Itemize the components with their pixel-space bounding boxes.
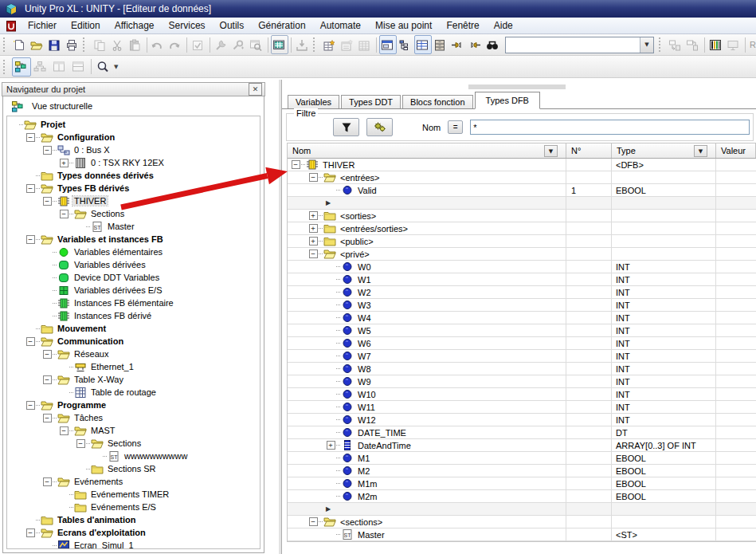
menu-edition[interactable]: Edition (64, 18, 108, 33)
table-insert-row[interactable]: ▶ (288, 503, 756, 516)
collapse-expander[interactable]: − (60, 210, 69, 218)
window-view-button[interactable] (379, 35, 397, 54)
tree-item-mouvement[interactable]: Mouvement (7, 322, 260, 335)
document-menu-icon[interactable] (5, 20, 18, 32)
tree-item-t-ches[interactable]: −Tâches (7, 411, 260, 424)
tree-item-variables-et-instances-fb[interactable]: −Variables et instances FB (7, 233, 260, 246)
analyze-button[interactable] (213, 35, 230, 54)
filter-operator-button[interactable]: = (448, 120, 463, 134)
expand-expander[interactable]: + (309, 224, 318, 233)
table-row-w11[interactable]: W11INT (288, 401, 756, 414)
open-folder-button[interactable] (29, 35, 46, 54)
tree-item-types-donn-es-d-riv-s[interactable]: Types données dérivés (7, 169, 260, 182)
org-view-button[interactable] (31, 57, 50, 77)
tree-item-sections[interactable]: −Sections (7, 437, 260, 450)
collapse-expander[interactable]: − (60, 426, 69, 435)
table-row--sections-[interactable]: −<sections> (288, 516, 756, 528)
table-row-w7[interactable]: W7INT (288, 350, 756, 363)
zoom-magnifier-button[interactable] (94, 57, 113, 77)
tree-item-variables-d-riv-es-e-s[interactable]: Variables dérivées E/S (7, 284, 260, 297)
close-icon[interactable]: ✕ (249, 83, 262, 96)
table-row-dateandtime[interactable]: +DateAndTimeARRAY[0..3] OF INT (288, 439, 756, 452)
menu-fen-tre[interactable]: Fenêtre (439, 18, 486, 33)
table-row-w0[interactable]: W0INT (288, 261, 756, 273)
column-header-type[interactable]: Type▼ (612, 143, 716, 158)
tab-types-ddt[interactable]: Types DDT (341, 95, 401, 108)
tree-item-ecran-simul-1[interactable]: Ecran_Simul_1 (7, 539, 260, 549)
redo-button[interactable] (166, 35, 184, 54)
tree-item-sections[interactable]: −Sections (7, 207, 260, 220)
split-vertical-button[interactable] (50, 57, 69, 77)
tree-item-wwwwwwwwww[interactable]: STwwwwwwwwww (7, 450, 260, 462)
column-header-n-[interactable]: N° (566, 143, 612, 158)
transfer-to-plc-button[interactable] (667, 35, 684, 54)
tab-blocs-fonction[interactable]: Blocs fonction (402, 95, 472, 108)
filter-value-input[interactable] (470, 120, 750, 135)
tree-item-variables-d-riv-es[interactable]: Variables dérivées (7, 258, 260, 271)
new-file-button[interactable] (11, 35, 29, 54)
table-row--sorties-[interactable]: +<sorties> (288, 210, 756, 222)
split-horizontal-button[interactable] (69, 57, 88, 77)
import-file-button[interactable] (294, 35, 311, 54)
table-row--entr-es-[interactable]: −<entrées> (288, 171, 756, 184)
menu-fichier[interactable]: Fichier (21, 18, 64, 33)
table-row-valid[interactable]: Valid1EBOOL (288, 184, 756, 197)
table-row-m2m[interactable]: M2mEBOOL (288, 490, 756, 503)
tree-item-table-de-routage[interactable]: Table de routage (7, 386, 260, 399)
table-row-m2[interactable]: M2EBOOL (288, 465, 756, 477)
toolbar-combobox[interactable]: ▼ (505, 37, 654, 53)
tree-item-sections-sr[interactable]: Sections SR (7, 462, 260, 475)
table-row-w3[interactable]: W3INT (288, 299, 756, 312)
cut-button[interactable] (109, 35, 127, 54)
tree-item-r-seaux[interactable]: −Réseaux (7, 348, 260, 360)
collapse-expander[interactable]: − (26, 133, 35, 142)
table-row-w2[interactable]: W2INT (288, 286, 756, 299)
expand-expander[interactable]: + (60, 159, 69, 167)
navigator-view-button[interactable] (12, 57, 31, 77)
filter-funnel-button[interactable] (333, 118, 359, 136)
collapse-expander[interactable]: − (43, 414, 52, 422)
menu-automate[interactable]: Automate (313, 18, 368, 33)
column-filter-dropdown[interactable]: ▼ (544, 145, 558, 157)
search-window-button[interactable] (248, 35, 265, 54)
paste-button[interactable] (127, 35, 144, 54)
export-data-button[interactable] (321, 35, 339, 54)
table-row-w1[interactable]: W1INT (288, 273, 756, 286)
collapse-expander[interactable]: − (309, 517, 318, 526)
import-table-button[interactable] (356, 35, 374, 54)
tab-variables[interactable]: Variables (288, 95, 339, 108)
tree-item-projet[interactable]: Projet (7, 118, 260, 131)
filter-settings-button[interactable] (366, 118, 393, 136)
tree-item-0-tsx-rky-12ex[interactable]: +0 : TSX RKY 12EX (7, 156, 260, 169)
table-row-m1m[interactable]: M1mEBOOL (288, 477, 756, 490)
menu-aide[interactable]: Aide (487, 18, 520, 33)
table-insert-row[interactable]: ▶ (288, 197, 756, 210)
collapse-expander[interactable]: − (26, 184, 35, 193)
table-row--entr-es-sorties-[interactable]: +<entrées/sorties> (288, 222, 756, 235)
plug-out-button[interactable] (467, 35, 484, 54)
tree-item-tables-d-animation[interactable]: Tables d'animation (7, 513, 260, 526)
table-row-w12[interactable]: W12INT (288, 414, 756, 426)
menu-outils[interactable]: Outils (213, 18, 252, 33)
expand-expander[interactable]: + (309, 237, 318, 246)
transfer-from-plc-button[interactable] (684, 35, 702, 54)
build-button[interactable] (230, 35, 248, 54)
tree-item-thiver[interactable]: −THIVER (7, 194, 260, 207)
tree-item-ev-nements[interactable]: −Evénements (7, 475, 260, 488)
plc-screen-button[interactable] (271, 35, 288, 54)
table-row-w5[interactable]: W5INT (288, 324, 756, 337)
table-row--priv-[interactable]: −<privé> (288, 248, 756, 261)
collapse-expander[interactable]: − (26, 235, 35, 244)
tree-item-mast[interactable]: −MAST (7, 424, 260, 437)
tab-types-dfb[interactable]: Types DFB (475, 92, 540, 109)
menu-affichage[interactable]: Affichage (108, 18, 162, 33)
copy-button[interactable] (92, 35, 109, 54)
tree-item-master[interactable]: STMaster (7, 220, 260, 233)
toolbar-grip[interactable] (659, 37, 664, 52)
table-row-w10[interactable]: W10INT (288, 388, 756, 401)
plc-rack-button[interactable] (707, 35, 725, 54)
tree-item-instances-fb-d-riv-[interactable]: Instances FB dérivé (7, 309, 260, 322)
simulator-button[interactable] (725, 35, 742, 54)
expand-expander[interactable]: + (309, 211, 318, 220)
chevron-down-icon[interactable]: ▼ (640, 37, 653, 53)
